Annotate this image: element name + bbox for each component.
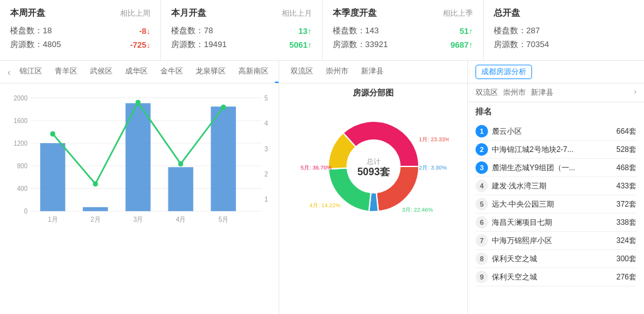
left-arrow[interactable]: ‹ [5, 67, 13, 77]
svg-text:4: 4 [264, 120, 268, 127]
svg-rect-17 [40, 143, 65, 211]
analysis-button[interactable]: 成都房源分析 [475, 65, 532, 79]
card-weekly-row1-value: -8↓ [139, 26, 150, 36]
rank-value: 664套 [616, 126, 636, 137]
svg-text:1200: 1200 [14, 140, 28, 147]
subtab-shuangliu[interactable]: 双流区 [475, 87, 498, 98]
svg-text:2月: 3.30%: 2月: 3.30% [419, 165, 447, 171]
rank-item: 8保利天空之城300套 [475, 250, 636, 268]
rank-value: 300套 [616, 254, 636, 264]
svg-rect-20 [168, 167, 193, 211]
card-weekly-row2-value: -725↓ [130, 40, 151, 50]
rank-item: 4建发·浅水湾三期433套 [475, 177, 636, 195]
card-monthly-title: 本月开盘 [171, 8, 206, 19]
card-quarterly-row2-label: 房源数：33921 [333, 39, 388, 50]
tab-gaoxin[interactable]: 高新南区 [232, 61, 275, 83]
donut-chart-area: 房源分部图 总计 5093套 1月: 23.33% 2月: 3.30% 3月: … [279, 84, 467, 234]
svg-text:1月: 23.33%: 1月: 23.33% [419, 136, 449, 143]
svg-text:0: 0 [24, 208, 28, 215]
rank-name: 建发·浅水湾三期 [492, 181, 616, 192]
rank-value: 528套 [616, 144, 636, 155]
card-quarterly-row1-label: 楼盘数：143 [333, 25, 379, 36]
tab-jinniu[interactable]: 金牛区 [154, 61, 189, 83]
left-tabs-bar: ‹ 锦江区 青羊区 武侯区 成华区 金牛区 龙泉驿区 高新南区 天府新区 新都区… [0, 61, 279, 84]
rank-item: 7中海万锦熙岸小区324套 [475, 232, 636, 250]
rank-item: 9保利天空之城276套 [475, 268, 636, 286]
right-arrow2[interactable]: › [634, 87, 636, 98]
rank-number: 8 [475, 252, 488, 265]
rank-value: 276套 [616, 272, 636, 283]
card-weekly-title: 本周开盘 [10, 8, 45, 19]
donut-title: 房源分部图 [353, 87, 394, 99]
svg-text:3月: 22.46%: 3月: 22.46% [402, 207, 433, 213]
tab-tianfu[interactable]: 天府新区 [275, 61, 279, 83]
svg-text:3月: 3月 [133, 216, 143, 223]
bar-line-chart: 2000 1600 1200 800 400 0 5 4 3 2 1 [8, 89, 271, 242]
rank-item: 3麓湖生态城Y9组团（一...468套 [475, 159, 636, 177]
card-monthly-row1-value: 13↑ [299, 26, 312, 36]
rank-value: 324套 [616, 236, 636, 246]
svg-text:800: 800 [17, 163, 28, 170]
right-top-bar: 成都房源分析 [468, 61, 644, 84]
svg-text:1: 1 [264, 196, 268, 203]
svg-text:2月: 2月 [91, 216, 100, 223]
card-weekly-row1-label: 楼盘数：18 [10, 25, 52, 36]
svg-rect-21 [211, 107, 236, 212]
svg-point-22 [50, 131, 55, 136]
subtab-xinjin[interactable]: 新津县 [531, 87, 553, 98]
rank-name: 远大·中央公园三期 [492, 199, 616, 210]
tab-wuhou[interactable]: 武侯区 [84, 61, 119, 83]
rank-name: 保利天空之城 [492, 254, 616, 264]
rank-value: 338套 [616, 217, 636, 228]
svg-text:400: 400 [17, 185, 28, 192]
svg-point-23 [93, 181, 98, 186]
card-weekly-row2-label: 房源数：4805 [10, 39, 61, 50]
right-subtabs-bar: 双流区 崇州市 新津县 › [468, 84, 644, 102]
svg-text:1月: 1月 [48, 216, 57, 223]
tab-longquanyi[interactable]: 龙泉驿区 [189, 61, 232, 83]
tab-chongzhou[interactable]: 崇州市 [319, 61, 355, 83]
rank-name: 中海锦江城2号地块2-7... [492, 144, 616, 155]
ranking-title: 排名 [475, 106, 636, 117]
left-panel: ‹ 锦江区 青羊区 武侯区 成华区 金牛区 龙泉驿区 高新南区 天府新区 新都区… [0, 61, 279, 314]
svg-text:5: 5 [264, 95, 268, 102]
rank-number: 3 [475, 161, 488, 174]
rank-name: 麓云小区 [492, 126, 616, 137]
svg-text:总计: 总计 [366, 158, 380, 165]
svg-text:3: 3 [264, 145, 268, 152]
rank-item: 2中海锦江城2号地块2-7...528套 [475, 141, 636, 159]
rank-number: 5 [475, 198, 488, 210]
rank-item: 6海昌天澜项目七期338套 [475, 214, 636, 232]
svg-point-25 [178, 161, 183, 166]
bar-line-chart-container: 2000 1600 1200 800 400 0 5 4 3 2 1 [0, 84, 279, 247]
svg-text:5月: 36.70%: 5月: 36.70% [301, 165, 332, 171]
rank-number: 9 [475, 271, 488, 283]
card-weekly-compare: 相比上周 [120, 8, 150, 19]
tab-qingyang[interactable]: 青羊区 [48, 61, 84, 83]
tab-shuangliu[interactable]: 双流区 [284, 61, 319, 83]
svg-text:4月: 4月 [176, 216, 186, 223]
card-weekly: 本周开盘 相比上周 楼盘数：18 -8↓ 房源数：4805 -725↓ [0, 0, 161, 60]
tab-jinjiang[interactable]: 锦江区 [13, 61, 48, 83]
tab-chenghua[interactable]: 成华区 [119, 61, 154, 83]
tab-xinjin[interactable]: 新津县 [355, 61, 390, 83]
svg-text:4月: 14.22%: 4月: 14.22% [309, 202, 341, 208]
top-cards: 本周开盘 相比上周 楼盘数：18 -8↓ 房源数：4805 -725↓ 本月开盘… [0, 0, 644, 61]
card-monthly-row2-label: 房源数：19491 [171, 39, 226, 50]
rank-number: 7 [475, 234, 488, 247]
card-quarterly-row2-value: 9687↑ [450, 40, 472, 50]
rank-value: 468套 [616, 163, 636, 173]
card-monthly-row2-value: 5061↑ [289, 40, 311, 50]
card-total-row1-label: 楼盘数：287 [494, 25, 540, 36]
subtab-chongzhou[interactable]: 崇州市 [503, 87, 526, 98]
card-monthly: 本月开盘 相比上月 楼盘数：78 13↑ 房源数：19491 5061↑ [161, 0, 322, 60]
svg-point-24 [136, 100, 141, 105]
rank-item: 5远大·中央公园三期372套 [475, 195, 636, 214]
rank-name: 中海万锦熙岸小区 [492, 236, 616, 246]
ranking-area: 排名 1麓云小区664套2中海锦江城2号地块2-7...528套3麓湖生态城Y9… [468, 102, 644, 290]
svg-text:5093套: 5093套 [357, 166, 391, 177]
card-monthly-row1-label: 楼盘数：78 [171, 25, 213, 36]
right-panel: 成都房源分析 双流区 崇州市 新津县 › 排名 1麓云小区664套2中海锦江城2… [468, 61, 644, 314]
donut-chart: 总计 5093套 1月: 23.33% 2月: 3.30% 3月: 22.46%… [298, 104, 449, 229]
rank-value: 372套 [616, 199, 636, 210]
